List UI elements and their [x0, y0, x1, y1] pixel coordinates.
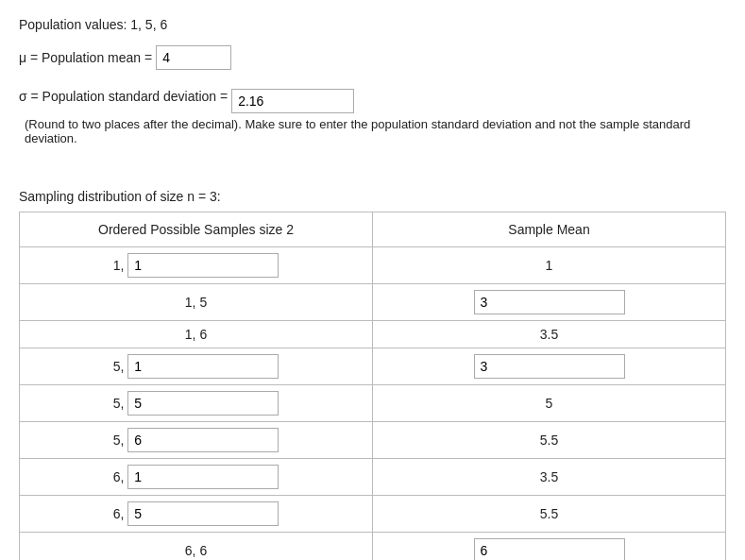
mean-cell [373, 284, 726, 321]
mean-cell: 5 [373, 385, 726, 422]
mean-static-value: 5.5 [540, 433, 558, 448]
table-row: 1, [20, 247, 373, 284]
mean-label: μ = Population mean = [19, 50, 152, 65]
mean-static-value: 5 [546, 396, 553, 411]
sample-value-input[interactable] [127, 354, 279, 379]
sample-input-cell: 6, [29, 501, 363, 526]
sample-input-cell: 5, [29, 391, 363, 416]
mean-static-value: 3.5 [540, 327, 558, 342]
sample-value-input[interactable] [127, 391, 279, 416]
sample-input-cell: 5, [29, 428, 363, 452]
table-row: 6, 6 [20, 533, 373, 561]
col1-header: Ordered Possible Samples size 2 [20, 212, 373, 247]
sample-input-cell: 1, [29, 253, 363, 278]
mean-input-cell [382, 538, 716, 560]
mean-input[interactable] [156, 45, 231, 70]
sample-prefix: 5, [113, 396, 125, 411]
std-note: (Round to two places after the decimal).… [25, 117, 726, 145]
mean-cell: 1 [373, 247, 726, 284]
mean-static-value: 3.5 [540, 469, 558, 484]
population-values-label: Population values: 1, 5, 6 [19, 17, 167, 32]
samples-table: Ordered Possible Samples size 2 Sample M… [19, 212, 726, 560]
mean-cell: 3.5 [373, 321, 726, 348]
sample-prefix: 5, [113, 433, 125, 448]
sample-static: 1, 6 [185, 327, 207, 342]
table-row: 1, 5 [20, 284, 373, 321]
table-row: 6, [20, 459, 373, 496]
mean-value-input[interactable] [474, 354, 625, 379]
mean-cell [373, 533, 726, 561]
mean-cell: 3.5 [373, 459, 726, 496]
sample-prefix: 1, [113, 258, 125, 273]
mean-line: μ = Population mean = [19, 45, 726, 70]
sample-static: 1, 5 [185, 295, 207, 310]
population-values-line: Population values: 1, 5, 6 [19, 17, 726, 32]
sample-prefix: 5, [113, 359, 125, 374]
mean-input-cell [382, 354, 716, 379]
sample-input-cell: 6, [29, 465, 363, 489]
table-row: 5, [20, 385, 373, 422]
sample-static: 6, 6 [185, 543, 207, 558]
table-row: 1, 6 [20, 321, 373, 348]
sample-prefix: 6, [113, 506, 125, 521]
mean-static-value: 1 [546, 258, 553, 273]
mean-cell [373, 348, 726, 385]
mean-cell: 5.5 [373, 422, 726, 459]
table-row: 5, [20, 348, 373, 385]
sample-value-input[interactable] [127, 465, 279, 489]
mean-input-cell [382, 290, 716, 314]
mean-static-value: 5.5 [540, 506, 558, 521]
sample-prefix: 6, [113, 469, 125, 484]
std-line: σ = Population standard deviation = (Rou… [19, 89, 726, 145]
sample-value-input[interactable] [127, 501, 279, 526]
sample-input-cell: 5, [29, 354, 363, 379]
mean-value-input[interactable] [474, 538, 625, 560]
mean-value-input[interactable] [474, 290, 625, 314]
table-row: 5, [20, 422, 373, 459]
sample-value-input[interactable] [127, 253, 279, 278]
mean-cell: 5.5 [373, 496, 726, 533]
sample-value-input[interactable] [127, 428, 279, 452]
col2-header: Sample Mean [373, 212, 726, 247]
std-label: σ = Population standard deviation = [19, 89, 228, 104]
sampling-label: Sampling distribution of size n = 3: [19, 189, 726, 204]
std-input[interactable] [231, 89, 354, 113]
table-row: 6, [20, 496, 373, 533]
